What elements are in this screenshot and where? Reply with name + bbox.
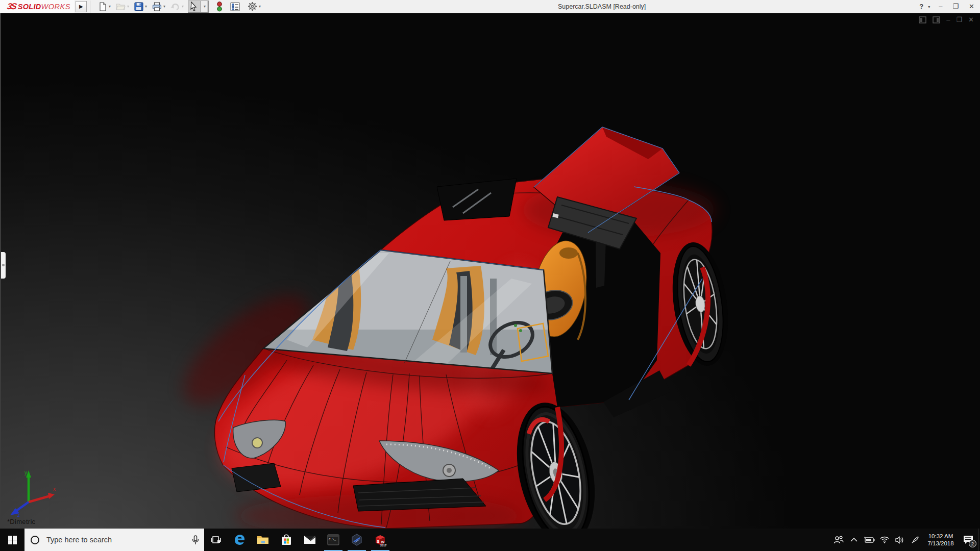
save-button[interactable]: ▾ (133, 1, 148, 13)
volume-button[interactable] (893, 529, 906, 551)
standard-toolbar: ▾ ▾ ▾ (95, 0, 263, 13)
select-cursor-icon (189, 2, 198, 11)
mail-button[interactable] (298, 529, 322, 551)
save-caret[interactable]: ▾ (145, 4, 147, 9)
side-vent (596, 240, 606, 288)
window-title: Supercar.SLDASM [Read-only] (558, 0, 646, 13)
new-document-caret[interactable]: ▾ (109, 4, 111, 9)
taskbar-search[interactable]: Type here to search (24, 529, 204, 551)
triad-y-label: y (24, 470, 27, 475)
windows-logo-icon (8, 536, 17, 544)
menu-flyout-button[interactable]: ▶ (76, 1, 87, 12)
people-icon (834, 536, 844, 544)
triad-z-label: z (17, 512, 20, 517)
options-button[interactable]: ▾ (247, 1, 262, 13)
select-tool-button[interactable]: ▾ (188, 1, 209, 13)
open-button[interactable]: ▾ (115, 1, 130, 13)
save-diskette-icon (134, 2, 143, 11)
help-button[interactable]: ? (918, 0, 925, 13)
action-center-button[interactable]: 2 (960, 529, 977, 551)
hidden-icons-button[interactable] (847, 529, 861, 551)
print-button[interactable]: ▾ (151, 1, 166, 13)
open-folder-icon (116, 2, 126, 11)
orientation-triad[interactable]: y x z (6, 466, 57, 517)
new-document-button[interactable]: ▾ (97, 1, 112, 13)
undo-caret[interactable]: ▾ (182, 4, 184, 9)
store-icon (281, 534, 292, 546)
restore-button[interactable]: ❐ (951, 0, 960, 13)
solidworks-2017-icon: S W 2017 (374, 533, 387, 546)
solidworks-logo-light: WORKS (41, 3, 70, 11)
system-tray: 10:32 AM 7/13/2018 2 (832, 529, 980, 551)
printer-icon (152, 2, 162, 11)
view-orientation-label: *Dimetric (7, 518, 35, 525)
select-tool-caret: ▾ (204, 4, 206, 9)
microphone-icon[interactable] (192, 535, 199, 545)
file-explorer-icon (257, 535, 269, 545)
command-prompt-button[interactable]: C:\_ (322, 529, 345, 551)
sw-letter-s: S (377, 539, 380, 544)
rebuild-button[interactable] (215, 1, 224, 13)
help-caret[interactable]: ▾ (928, 5, 930, 9)
svg-text:C:\_: C:\_ (329, 538, 336, 541)
pen-button[interactable] (909, 529, 922, 551)
graphics-viewport[interactable]: – ❐ ✕ (0, 13, 980, 529)
supercar-model (1, 13, 980, 529)
toolbar-separator (90, 1, 90, 13)
solidworks-logo: 3S SOLID WORKS (0, 0, 75, 13)
edge-icon (233, 534, 246, 546)
roof-opening (437, 179, 517, 220)
edge-button[interactable] (228, 529, 251, 551)
clock-date: 7/13/2018 (924, 540, 958, 547)
start-button[interactable] (0, 529, 24, 551)
new-document-icon (98, 2, 107, 11)
close-button[interactable]: ✕ (967, 0, 976, 13)
task-view-button[interactable] (204, 529, 228, 551)
battery-charging-icon (864, 537, 875, 543)
wifi-icon (880, 536, 889, 543)
solidworks-logo-bold: SOLID (18, 3, 41, 11)
battery-button[interactable] (863, 529, 876, 551)
speaker-icon (895, 536, 904, 544)
window-controls: ? ▾ – ❐ ✕ (918, 0, 976, 13)
wifi-button[interactable] (878, 529, 891, 551)
undo-button[interactable]: ▾ (169, 1, 185, 13)
mail-icon (304, 535, 316, 544)
task-view-icon (211, 535, 221, 544)
clock-time: 10:32 AM (924, 533, 958, 540)
people-button[interactable] (832, 529, 845, 551)
file-properties-button[interactable] (229, 1, 241, 13)
options-caret[interactable]: ▾ (259, 4, 261, 9)
solidworks-logo-mark: 3S (7, 2, 17, 12)
title-bar: 3S SOLID WORKS ▶ ▾ ▾ (0, 0, 980, 13)
cad-viewer-icon (351, 534, 363, 546)
sw-year: 2017 (380, 544, 386, 547)
solidworks-2017-button[interactable]: S W 2017 (369, 529, 392, 551)
taskbar-clock[interactable]: 10:32 AM 7/13/2018 (924, 533, 958, 547)
triad-x-label: x (53, 486, 56, 492)
search-placeholder-text: Type here to search (46, 536, 192, 544)
rebuild-traffic-light-icon (216, 2, 223, 12)
command-prompt-icon: C:\_ (327, 534, 339, 545)
cortana-icon (31, 536, 39, 544)
notification-badge: 2 (969, 540, 976, 547)
print-caret[interactable]: ▾ (163, 4, 165, 9)
file-properties-icon (230, 2, 240, 11)
minimize-button[interactable]: – (937, 0, 944, 13)
undo-arrow-icon (170, 3, 180, 11)
open-caret[interactable]: ▾ (127, 4, 129, 9)
chevron-up-icon (850, 538, 857, 542)
windows-taskbar: Type here to search (0, 529, 980, 551)
store-button[interactable] (275, 529, 298, 551)
options-gear-icon (248, 2, 257, 11)
flyout-arrow-icon: ▶ (79, 4, 83, 9)
select-tool-caret-cell[interactable]: ▾ (200, 1, 207, 12)
pen-icon (911, 536, 919, 544)
file-explorer-button[interactable] (251, 529, 275, 551)
cad-viewer-button[interactable] (345, 529, 369, 551)
